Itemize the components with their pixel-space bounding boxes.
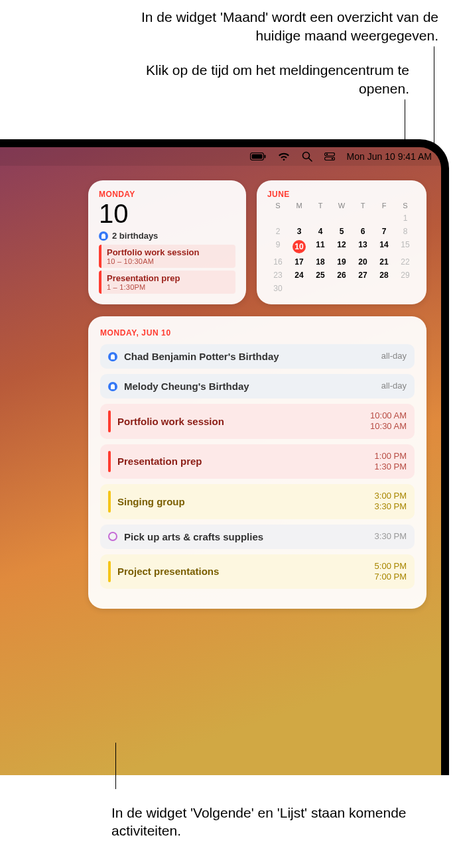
month-day[interactable]: 7 — [373, 227, 395, 236]
svg-rect-5 — [324, 153, 334, 156]
month-day[interactable]: 29 — [395, 271, 416, 280]
list-event-time: 1:00 PM1:30 PM — [375, 451, 407, 473]
month-day[interactable]: 27 — [352, 271, 373, 280]
gift-icon — [108, 382, 117, 391]
list-event[interactable]: Project presentations5:00 PM7:00 PM — [100, 554, 415, 589]
today-event[interactable]: Portfolio work session10 – 10:30AM — [99, 245, 235, 268]
month-dow: W — [331, 202, 352, 210]
list-event-title: Melody Cheung's Birthday — [124, 381, 381, 392]
month-day[interactable]: 14 — [373, 240, 395, 253]
month-day — [373, 284, 395, 293]
svg-point-8 — [331, 158, 332, 159]
month-day[interactable]: 9 — [267, 240, 289, 253]
widget-list[interactable]: MONDAY, JUN 10 Chad Benjamin Potter's Bi… — [88, 316, 426, 609]
list-event-time: 3:30 PM — [375, 531, 407, 542]
month-day[interactable]: 23 — [267, 271, 289, 280]
today-daynum: 10 — [99, 200, 235, 227]
widget-month[interactable]: JUNE SMTWTFS 123456789101112131415161718… — [257, 180, 426, 304]
callout-list-line — [115, 743, 116, 789]
month-day[interactable]: 16 — [267, 257, 289, 267]
list-event[interactable]: Portfolio work session10:00 AM10:30 AM — [100, 404, 415, 439]
month-day — [331, 214, 352, 223]
callout-month: In de widget 'Maand' wordt een overzicht… — [94, 8, 438, 44]
svg-rect-2 — [264, 155, 265, 158]
battery-icon[interactable] — [250, 153, 266, 160]
month-day[interactable]: 10 — [289, 240, 310, 253]
month-day[interactable]: 22 — [395, 257, 416, 267]
list-event-time: all-day — [381, 381, 407, 391]
month-day[interactable]: 17 — [289, 257, 310, 267]
list-event-title: Portfolio work session — [117, 416, 370, 427]
month-day — [395, 284, 416, 293]
event-color-bar — [108, 561, 111, 583]
svg-rect-7 — [324, 157, 334, 160]
month-day[interactable]: 11 — [310, 240, 331, 253]
list-event[interactable]: Melody Cheung's Birthdayall-day — [100, 374, 415, 399]
month-day[interactable]: 15 — [395, 240, 416, 253]
list-event-time: all-day — [381, 351, 407, 361]
today-event-time: 10 – 10:30AM — [107, 257, 230, 265]
list-event-title: Singing group — [117, 496, 375, 507]
callout-clock: Klik op de tijd om het meldingencentrum … — [104, 61, 409, 97]
month-day[interactable]: 13 — [352, 240, 373, 253]
device-frame: Mon Jun 10 9:41 AM MONDAY 10 2 birthdays… — [0, 139, 449, 775]
today-birthdays-label: 2 birthdays — [112, 231, 158, 241]
month-day[interactable]: 1 — [395, 214, 416, 223]
month-day — [289, 214, 310, 223]
list-event[interactable]: Chad Benjamin Potter's Birthdayall-day — [100, 344, 415, 369]
month-dow: S — [395, 202, 416, 210]
month-day[interactable]: 18 — [310, 257, 331, 267]
month-day — [310, 214, 331, 223]
today-birthdays: 2 birthdays — [99, 231, 235, 241]
month-day[interactable]: 25 — [310, 271, 331, 280]
list-heading: MONDAY, JUN 10 — [100, 328, 415, 338]
list-event[interactable]: Pick up arts & crafts supplies3:30 PM — [100, 525, 415, 549]
event-color-bar — [108, 410, 111, 432]
today-weekday: MONDAY — [99, 190, 235, 199]
control-center-icon[interactable] — [324, 153, 335, 160]
list-event-title: Pick up arts & crafts supplies — [124, 531, 375, 542]
month-day — [352, 284, 373, 293]
month-day[interactable]: 30 — [267, 284, 289, 293]
month-day — [331, 284, 352, 293]
list-event-time: 5:00 PM7:00 PM — [375, 561, 407, 583]
month-day[interactable]: 3 — [289, 227, 310, 236]
list-event[interactable]: Presentation prep1:00 PM1:30 PM — [100, 444, 415, 479]
list-event[interactable]: Singing group3:00 PM3:30 PM — [100, 484, 415, 519]
month-day[interactable]: 4 — [310, 227, 331, 236]
month-dow: M — [289, 202, 310, 210]
widget-today[interactable]: MONDAY 10 2 birthdays Portfolio work ses… — [88, 180, 246, 304]
wifi-icon[interactable] — [278, 153, 290, 161]
month-day[interactable]: 12 — [331, 240, 352, 253]
month-day[interactable]: 21 — [373, 257, 395, 267]
callout-clock-line — [405, 99, 405, 142]
menubar-datetime[interactable]: Mon Jun 10 9:41 AM — [347, 151, 432, 162]
month-day — [267, 214, 289, 223]
notification-center: MONDAY 10 2 birthdays Portfolio work ses… — [88, 180, 426, 609]
svg-rect-1 — [251, 155, 262, 159]
month-day[interactable]: 26 — [331, 271, 352, 280]
gift-icon — [108, 352, 117, 361]
month-day[interactable]: 24 — [289, 271, 310, 280]
search-icon[interactable] — [302, 151, 312, 162]
month-day[interactable]: 19 — [331, 257, 352, 267]
today-event-title: Presentation prep — [107, 273, 230, 283]
month-day — [373, 214, 395, 223]
month-day[interactable]: 20 — [352, 257, 373, 267]
month-day[interactable]: 6 — [352, 227, 373, 236]
month-day — [310, 284, 331, 293]
month-day[interactable]: 28 — [373, 271, 395, 280]
list-event-title: Presentation prep — [117, 456, 375, 467]
month-day[interactable]: 5 — [331, 227, 352, 236]
gift-icon — [99, 231, 108, 241]
month-day[interactable]: 8 — [395, 227, 416, 236]
month-title: JUNE — [267, 190, 416, 199]
list-event-title: Project presentations — [117, 566, 375, 577]
today-event[interactable]: Presentation prep1 – 1:30PM — [99, 271, 235, 294]
month-grid: SMTWTFS 12345678910111213141516171819202… — [267, 202, 416, 293]
month-dow: T — [352, 202, 373, 210]
event-color-bar — [108, 491, 111, 513]
month-day — [352, 214, 373, 223]
list-event-time: 10:00 AM10:30 AM — [370, 410, 407, 432]
month-day[interactable]: 2 — [267, 227, 289, 236]
